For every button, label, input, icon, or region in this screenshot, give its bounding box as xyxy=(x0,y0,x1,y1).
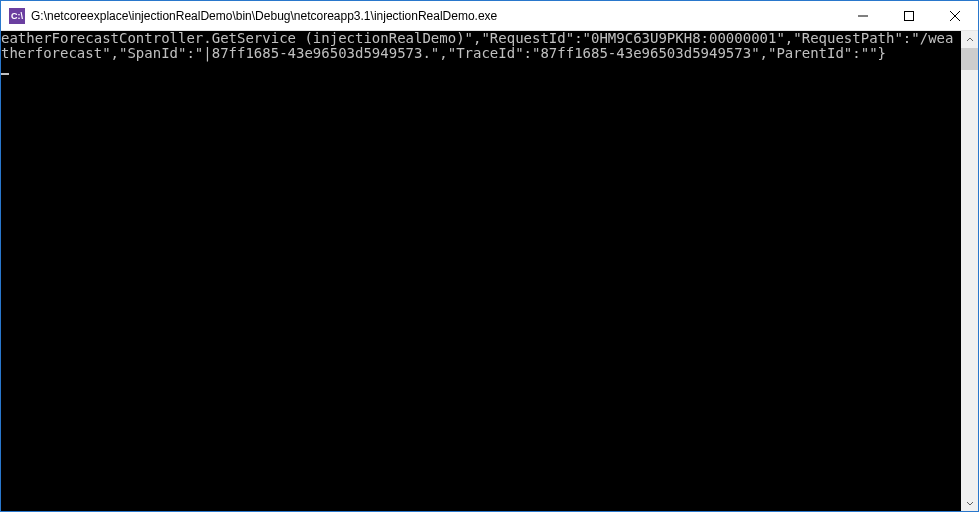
window-controls xyxy=(840,1,978,30)
scroll-thumb[interactable] xyxy=(961,48,978,70)
console-line: eatherForecastController.GetService (inj… xyxy=(1,31,953,61)
chevron-up-icon xyxy=(966,36,974,44)
maximize-icon xyxy=(904,11,914,21)
maximize-button[interactable] xyxy=(886,1,932,30)
app-icon: C:\ xyxy=(9,8,25,24)
titlebar: C:\ G:\netcoreexplace\injectionRealDemo\… xyxy=(1,1,978,31)
vertical-scrollbar[interactable] xyxy=(961,31,978,511)
minimize-button[interactable] xyxy=(840,1,886,30)
console-window: C:\ G:\netcoreexplace\injectionRealDemo\… xyxy=(0,0,979,512)
close-button[interactable] xyxy=(932,1,978,30)
scroll-up-button[interactable] xyxy=(961,31,978,48)
close-icon xyxy=(950,11,960,21)
chevron-down-icon xyxy=(966,499,974,507)
svg-rect-1 xyxy=(905,11,914,20)
scroll-track[interactable] xyxy=(961,48,978,494)
cursor xyxy=(1,73,9,75)
console-wrapper: eatherForecastController.GetService (inj… xyxy=(1,31,978,511)
console-output[interactable]: eatherForecastController.GetService (inj… xyxy=(1,31,961,511)
minimize-icon xyxy=(858,11,868,21)
window-title: G:\netcoreexplace\injectionRealDemo\bin\… xyxy=(31,9,840,23)
scroll-down-button[interactable] xyxy=(961,494,978,511)
